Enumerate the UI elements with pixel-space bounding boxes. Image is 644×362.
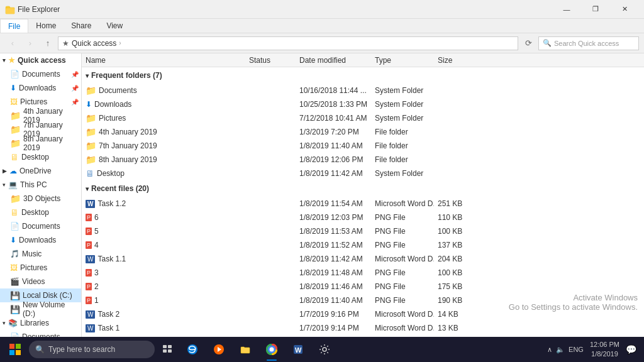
col-header-status[interactable]: Status: [245, 53, 296, 67]
sidebar-item-desktop-qa[interactable]: 🖥 Desktop: [0, 150, 81, 164]
table-row[interactable]: 📁4th January 2019 1/3/2019 7:20 PM File …: [82, 125, 644, 139]
refresh-button[interactable]: ⟳: [521, 36, 536, 51]
address-star-icon: ★: [62, 39, 69, 48]
svg-rect-10: [9, 344, 14, 349]
desktop-icon-1: 🖥: [10, 152, 19, 162]
nav-up-button[interactable]: ↑: [40, 36, 55, 51]
sidebar-onedrive-label: OneDrive: [19, 167, 52, 175]
taskbar-right: ∧ 🔈 ENG 12:06 PM 1/8/2019 💬: [547, 340, 641, 359]
sidebar-item-desktop-pc[interactable]: 🖥 Desktop: [0, 206, 81, 219]
svg-point-22: [270, 348, 274, 352]
sidebar-item-downloads-pc[interactable]: ⬇ Downloads: [0, 233, 81, 247]
sidebar-item-3dobjects[interactable]: 📁 3D Objects: [0, 192, 81, 206]
col-header-date[interactable]: Date modified: [296, 53, 371, 67]
pin-icon-3: 📌: [71, 99, 79, 106]
taskbar-app-settings[interactable]: [312, 337, 337, 362]
task-view-button[interactable]: [156, 337, 179, 362]
tab-view[interactable]: View: [99, 19, 130, 33]
table-row[interactable]: ⬇Downloads 10/25/2018 1:33 PM System Fol…: [82, 97, 644, 111]
file-icon: 🖥: [86, 168, 94, 178]
taskbar-app-vlc[interactable]: [206, 337, 231, 362]
sidebar-item-music[interactable]: 🎵 Music: [0, 247, 81, 261]
tray-chevron[interactable]: ∧: [547, 346, 552, 354]
address-path[interactable]: ★ Quick access ›: [58, 36, 518, 50]
table-row[interactable]: WTask 1.1 1/8/2019 11:42 AM Microsoft Wo…: [82, 252, 644, 266]
address-path-text: Quick access: [72, 39, 116, 48]
svg-rect-16: [163, 349, 167, 353]
word-icon-3: W: [86, 310, 95, 319]
sidebar-item-documents-pinned[interactable]: 📄 Documents 📌: [0, 67, 81, 81]
drive-icon-d: 💾: [10, 305, 20, 314]
nav-back-button[interactable]: ‹: [5, 36, 20, 51]
sidebar-item-videos[interactable]: 🎬 Videos: [0, 275, 81, 288]
onedrive-chevron: ▶: [3, 168, 7, 174]
table-row[interactable]: 📁8th January 2019 1/8/2019 12:06 PM File…: [82, 153, 644, 167]
taskbar-search-placeholder: Type here to search: [48, 345, 115, 354]
png-icon-2: P: [86, 228, 92, 235]
table-row[interactable]: P2 1/8/2019 11:46 AM PNG File 175 KB: [82, 280, 644, 293]
sidebar-quick-access[interactable]: ▾ ★ Quick access: [0, 53, 81, 67]
pictures-icon: 🖼: [10, 97, 18, 106]
col-header-size[interactable]: Size: [434, 53, 478, 67]
svg-rect-15: [168, 345, 172, 348]
tab-file[interactable]: File: [0, 19, 28, 33]
close-button[interactable]: ✕: [610, 0, 639, 19]
file-icon: 📁: [86, 85, 96, 96]
minimize-button[interactable]: —: [552, 0, 581, 19]
sidebar-item-8th-jan[interactable]: 📁 8th January 2019: [0, 136, 81, 150]
tray-volume-icon[interactable]: 🔈: [556, 346, 565, 354]
taskbar-app-word[interactable]: W: [286, 337, 311, 362]
music-icon: 🎵: [10, 250, 19, 258]
sidebar-item-new-volume-d[interactable]: 💾 New Volume (D:): [0, 302, 81, 316]
table-row[interactable]: WTask 1 1/7/2019 9:14 PM Microsoft Word …: [82, 321, 644, 335]
svg-rect-12: [9, 350, 14, 355]
taskbar-app-chrome[interactable]: [259, 337, 284, 362]
svg-rect-14: [163, 345, 167, 348]
sidebar-item-libraries[interactable]: ▾ 📚 Libraries: [0, 316, 81, 330]
main-layout: ▾ ★ Quick access 📄 Documents 📌 ⬇ Downloa…: [0, 53, 644, 348]
section-recent-files[interactable]: ▾ Recent files (20): [82, 180, 644, 197]
address-bar: ‹ › ↑ ★ Quick access › ⟳ 🔍 Search Quick …: [0, 33, 644, 53]
taskbar-clock[interactable]: 12:06 PM 1/8/2019: [586, 340, 623, 359]
docs-icon-2: 📄: [10, 222, 19, 231]
ribbon: File Home Share View: [0, 19, 644, 33]
word-icon-2: W: [86, 255, 95, 263]
table-row[interactable]: P1 1/8/2019 11:40 AM PNG File 190 KB: [82, 293, 644, 307]
table-row[interactable]: P5 1/8/2019 11:53 AM PNG File 100 KB: [82, 224, 644, 238]
table-row[interactable]: WTask 2 1/7/2019 9:16 PM Microsoft Word …: [82, 307, 644, 321]
table-row[interactable]: 📁7th January 2019 1/8/2019 11:40 AM File…: [82, 139, 644, 153]
col-header-type[interactable]: Type: [371, 53, 434, 67]
table-row[interactable]: P4 1/8/2019 11:52 AM PNG File 137 KB: [82, 238, 644, 252]
videos-icon: 🎬: [10, 277, 19, 286]
sidebar-videos-label: Videos: [22, 277, 45, 286]
section-chevron-2: ▾: [86, 185, 89, 192]
address-chevron: ›: [119, 40, 121, 47]
sidebar-music-label: Music: [22, 250, 42, 258]
sidebar-pictures-pc-label: Pictures: [20, 263, 47, 272]
start-button[interactable]: [3, 337, 28, 362]
sidebar-item-documents-pc[interactable]: 📄 Documents: [0, 219, 81, 233]
table-row[interactable]: P3 1/8/2019 11:48 AM PNG File 100 KB: [82, 266, 644, 280]
svg-point-25: [323, 348, 326, 351]
tab-home[interactable]: Home: [28, 19, 64, 33]
sidebar-item-downloads-pinned[interactable]: ⬇ Downloads 📌: [0, 81, 81, 95]
taskbar-app-folder[interactable]: [233, 337, 258, 362]
restore-button[interactable]: ❐: [581, 0, 610, 19]
sidebar-item-thispc[interactable]: ▾ 💻 This PC: [0, 178, 81, 192]
search-box[interactable]: 🔍 Search Quick access: [538, 36, 639, 50]
sidebar-item-onedrive[interactable]: ▶ ☁ OneDrive: [0, 164, 81, 178]
table-row[interactable]: WTask 1.2 1/8/2019 11:54 AM Microsoft Wo…: [82, 197, 644, 211]
table-row[interactable]: 📁Pictures 7/12/2018 10:41 AM System Fold…: [82, 111, 644, 125]
col-header-name[interactable]: Name: [82, 53, 245, 67]
nav-forward-button[interactable]: ›: [23, 36, 38, 51]
taskbar-app-edge[interactable]: [180, 337, 205, 362]
table-row[interactable]: 📁Documents 10/16/2018 11:44 ... System F…: [82, 84, 644, 97]
tab-share[interactable]: Share: [64, 19, 99, 33]
taskbar-search[interactable]: 🔍 Type here to search: [29, 341, 155, 358]
notification-button[interactable]: 💬: [626, 344, 636, 354]
sidebar-item-pictures-pc[interactable]: 🖼 Pictures: [0, 261, 81, 275]
table-row[interactable]: 🖥Desktop 1/8/2019 11:42 AM System Folder: [82, 167, 644, 180]
tray-lang-icon[interactable]: ENG: [569, 346, 584, 353]
section-frequent-folders[interactable]: ▾ Frequent folders (7): [82, 67, 644, 84]
table-row[interactable]: P6 1/8/2019 12:03 PM PNG File 110 KB: [82, 211, 644, 224]
